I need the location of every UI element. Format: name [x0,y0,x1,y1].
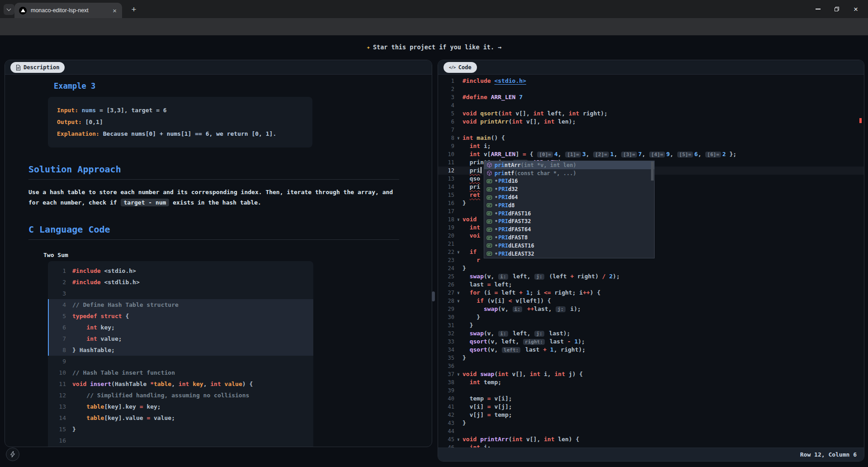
tab-code[interactable]: </> Code [443,62,477,73]
tab-code-label: Code [458,64,472,71]
fold-chevron-icon[interactable]: ∨ [454,297,462,305]
editor-line[interactable]: 36 [438,362,864,370]
editor-line[interactable]: 2 [438,85,864,93]
suggest-item[interactable]: •PRId32 [484,185,654,193]
suggest-item[interactable]: •PRIdFAST32 [484,218,654,226]
editor-line[interactable]: 37∨void swap(int v[], int i, int j) { [438,370,864,378]
editor-line[interactable]: 30 } [438,313,864,321]
code-line: 5typedef struct { [48,310,313,322]
description-panel: Description Example 3 Input: nums = [3,3… [5,60,432,447]
solution-paragraph: Use a hash table to store each number an… [28,187,404,208]
editor-line[interactable]: 44 [438,427,864,435]
editor-line[interactable]: 24} [438,264,864,272]
code-line: 13 table[key].key = key; [48,401,313,412]
editor-line[interactable]: 32 swap(v, i: left, j: last); [438,329,864,338]
fold-chevron-icon[interactable]: ∨ [454,289,462,297]
editor-line[interactable]: 41 v[i] = v[j]; [438,403,864,411]
suggest-item[interactable]: printf(const char *, ...) [484,169,654,177]
editor-line[interactable]: 40 temp = v[i]; [438,395,864,403]
code-line: 11void insert(HashTable *table, int key,… [48,378,313,390]
editor-line[interactable]: 25 swap(v, i: left, j: (left + right) / … [438,272,864,281]
tab-description[interactable]: Description [10,62,65,73]
minimize-button[interactable] [808,0,827,18]
editor-line[interactable]: 29 swap(v, i: ++last, j: i); [438,305,864,313]
tab-description-label: Description [24,64,59,71]
text-suggestion-icon [486,194,493,201]
banner-text: Star this project if you like it. [373,43,494,51]
fold-chevron-icon[interactable]: ∨ [454,370,462,378]
panel-resize-handle[interactable] [432,291,435,301]
editor-line[interactable]: 7 [438,126,864,134]
suggest-item[interactable]: •PRIdFAST64 [484,225,654,234]
editor-line[interactable]: 8∨int main() { [438,134,864,142]
suggest-item[interactable]: •PRIdLEAST32 [484,250,654,258]
suggest-item[interactable]: •PRIdLEAST16 [484,242,654,250]
suggest-item[interactable]: •PRIdFAST8 [484,234,654,242]
editor-line[interactable]: 1#include <stdio.h> [438,77,864,85]
tab-close-icon[interactable]: × [112,7,118,14]
method-suggestion-icon [486,170,493,177]
editor-line[interactable]: 45∨void printArr(int v[], int len) { [438,435,864,443]
star-project-banner[interactable]: ✦Star this project if you like it.→ [0,43,868,51]
editor-line[interactable]: 42 v[j] = temp; [438,411,864,419]
suggest-scrollbar[interactable] [651,162,654,181]
browser-tabstrip: monaco-editor-lsp-next × + × [0,0,868,18]
browser-tab[interactable]: monaco-editor-lsp-next × [14,3,122,18]
editor-line[interactable]: 34 qsort(v, left: last + 1, right); [438,346,864,354]
editor-line[interactable]: 35} [438,354,864,362]
site-favicon [19,7,27,14]
suggest-item[interactable]: •PRIdFAST16 [484,210,654,218]
editor-line[interactable]: 28∨ if (v[i] < v[left]) { [438,297,864,305]
code-line: 4// Define Hash Table structure [48,299,313,310]
new-tab-button[interactable]: + [128,4,139,15]
code-icon: </> [449,65,456,70]
fold-chevron-icon[interactable]: ∨ [454,435,462,443]
editor-line[interactable]: 6void printArr(int v[], int len); [438,118,864,126]
quick-actions-button[interactable] [6,448,19,461]
editor-line[interactable]: 38 int temp; [438,378,864,386]
close-button[interactable]: × [846,0,865,18]
example-block: Input: nums = [3,3], target = 6Output: [… [48,97,312,148]
editor-line[interactable]: 26 last = left; [438,281,864,289]
editor-line[interactable]: 5void qsort(int v[], int left, int right… [438,110,864,118]
code-line: 14 table[key].value = value; [48,412,313,424]
arrow-right-icon: → [498,43,501,51]
editor-line[interactable]: 46 int i; [438,443,864,448]
code-line: 8} HashTable; [48,344,313,356]
editor-line[interactable]: 4 [438,101,864,110]
code-line: 7 int value; [48,333,313,344]
editor-line[interactable]: 27∨ for (i = left + 1; i <= right; i++) … [438,289,864,297]
code-line: 16 [48,435,313,446]
code-line: 12 // Simplified handling, assuming no c… [48,390,313,401]
editor-line[interactable]: 43} [438,419,864,427]
restore-icon [835,7,839,11]
suggest-item[interactable]: •PRId8 [484,201,654,210]
fold-chevron-icon[interactable]: ∨ [454,215,462,224]
tab-list-button[interactable] [4,4,14,15]
text-suggestion-icon [486,186,493,193]
editor-line[interactable]: 39 [438,386,864,395]
restore-button[interactable] [827,0,846,18]
fold-chevron-icon[interactable]: ∨ [454,134,462,142]
editor-status-bar: Row 12, Column 6 [438,448,864,461]
text-suggestion-icon [486,177,493,185]
suggest-item[interactable]: •PRId64 [484,193,654,201]
suggest-item[interactable]: printArr(int *v, int len) [484,161,654,169]
example-heading: Example 3 [54,81,432,91]
code-line: 2#include <stdlib.h> [48,276,313,288]
suggest-item[interactable]: •PRId16 [484,177,654,186]
code-line: 15} [48,424,313,435]
code-panel: </> Code 1#include <stdio.h>23#define AR… [438,60,864,462]
text-cursor [481,167,481,173]
editor-line[interactable]: 10 int v[ARR_LEN] = { [0]=4, [1]=3, [2]=… [438,150,864,158]
editor-line[interactable]: 31 } [438,321,864,329]
editor-lines[interactable]: 1#include <stdio.h>23#define ARR_LEN 745… [438,75,864,448]
example-line: Input: nums = [3,3], target = 6 [57,105,303,116]
code-line: 1#include <stdio.h> [48,265,313,276]
fold-chevron-icon[interactable]: ∨ [454,248,462,256]
editor-line[interactable]: 9 int i; [438,142,864,150]
editor-line[interactable]: 33 qsort(v, left, right: last - 1); [438,338,864,346]
paragraph-line: for each number, check if target - num e… [28,197,404,208]
editor-line[interactable]: 3#define ARR_LEN 7 [438,93,864,101]
code-panel-header: </> Code [438,60,864,75]
